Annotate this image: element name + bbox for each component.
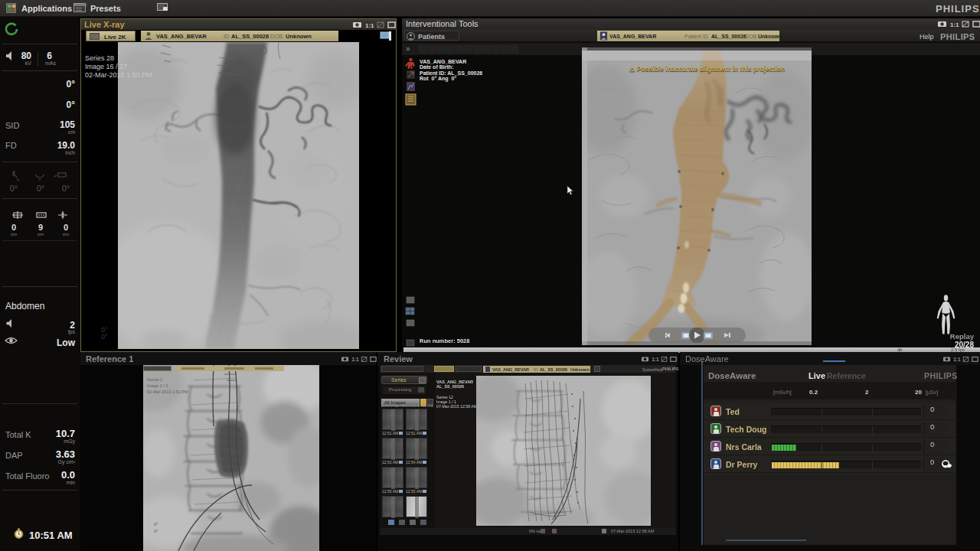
- svg-text:0°: 0°: [154, 522, 158, 527]
- svg-text:Series 2: Series 2: [147, 377, 162, 382]
- svg-text:Image 1 / 1: Image 1 / 1: [147, 383, 168, 388]
- svg-text:1:1: 1:1: [351, 357, 359, 362]
- svg-text:02-Mar-2010 1:52 PM: 02-Mar-2010 1:52 PM: [147, 390, 188, 394]
- svg-text:1:1: 1:1: [365, 22, 374, 29]
- svg-text:1:1: 1:1: [652, 357, 659, 362]
- svg-text:0°: 0°: [154, 529, 158, 533]
- svg-text:1:1: 1:1: [950, 21, 959, 28]
- svg-text:1:1: 1:1: [953, 357, 961, 362]
